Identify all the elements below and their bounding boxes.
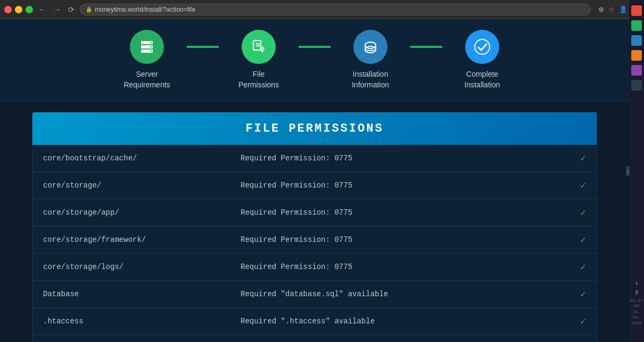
extensions-icon[interactable]: ⊕ — [597, 4, 605, 14]
sidebar: ‹ ⬇ 🎙 08:27 PM 25-06-2022 — [629, 0, 644, 342]
permission-requirement: Required Permission: 0775 — [230, 172, 540, 199]
sidebar-time: 08:27 PM 25-06-2022 — [629, 298, 644, 326]
sidebar-icon-green[interactable] — [631, 20, 642, 31]
check-icon: ✓ — [580, 289, 586, 300]
permission-path: core/storage/framework/ — [32, 226, 230, 254]
permission-requirement: Required "database.sql" available — [230, 281, 540, 308]
permission-requirement: Required Permission: 0775 — [230, 226, 540, 254]
url-text: moneytime.world/install/?action=file — [95, 6, 195, 13]
sidebar-icon-red[interactable] — [631, 5, 642, 16]
permission-requirement: Required Permission: 0775 — [230, 145, 540, 172]
permission-status: ✓ — [540, 199, 597, 226]
check-icon: ✓ — [580, 235, 586, 246]
sidebar-icon-purple[interactable] — [631, 65, 642, 76]
sidebar-download-icon: ⬇ — [635, 280, 639, 287]
minimize-button[interactable] — [15, 6, 22, 13]
connector-1 — [187, 46, 219, 48]
check-icon: ✓ — [580, 181, 586, 191]
sidebar-bottom: ⬇ 🎙 08:27 PM 25-06-2022 — [629, 280, 644, 326]
permission-path: core/storage/app/ — [32, 199, 230, 226]
permission-requirement: Required Permission: 0775 — [230, 254, 540, 281]
button-container: NEXT STEP » — [32, 335, 597, 342]
permission-status: ✓ — [540, 172, 597, 199]
svg-point-3 — [151, 42, 152, 44]
forward-button[interactable]: → — [51, 4, 63, 15]
step-complete-installation: CompleteInstallation — [442, 30, 522, 90]
step-file-permissions: FilePermissions — [219, 30, 299, 90]
permission-path: core/storage/logs/ — [32, 254, 230, 281]
svg-point-16 — [475, 39, 490, 54]
sidebar-expand-button[interactable]: ‹ — [626, 166, 630, 176]
lock-icon: 🔒 — [86, 6, 92, 12]
check-icon: ✓ — [580, 262, 586, 273]
table-row: core/bootstrap/cache/Required Permission… — [32, 145, 597, 172]
file-permissions-icon — [242, 30, 276, 64]
svg-point-4 — [151, 46, 152, 48]
profile-icon[interactable]: 👤 — [618, 4, 629, 14]
step-server-requirements: ServerRequirements — [107, 30, 187, 90]
permission-path: core/storage/ — [32, 172, 230, 199]
address-bar[interactable]: 🔒 moneytime.world/install/?action=file — [80, 4, 591, 15]
svg-point-5 — [151, 51, 152, 52]
permission-requirement: Required Permission: 0775 — [230, 199, 540, 226]
file-permissions-label: FilePermissions — [238, 69, 279, 90]
sidebar-mic-icon: 🎙 — [634, 289, 640, 296]
sidebar-icon-dark[interactable] — [631, 80, 642, 91]
bookmark-icon[interactable]: ☆ — [607, 4, 616, 14]
section-header: FILE PERMISSIONS — [32, 112, 597, 145]
back-button[interactable]: ← — [36, 4, 48, 15]
connector-3 — [410, 46, 442, 48]
file-permissions-section: FILE PERMISSIONS core/bootstrap/cache/Re… — [32, 112, 597, 342]
check-icon: ✓ — [580, 316, 586, 327]
browser-chrome: ← → ⟳ 🔒 moneytime.world/install/?action=… — [0, 0, 644, 19]
installation-information-icon — [353, 30, 387, 64]
permission-status: ✓ — [540, 281, 597, 308]
stepper-container: ServerRequirements FilePermissions — [0, 19, 629, 101]
installation-information-label: InstallationInformation — [352, 69, 389, 90]
server-requirements-label: ServerRequirements — [123, 69, 170, 90]
main-content: ServerRequirements FilePermissions — [0, 19, 629, 342]
close-button[interactable] — [4, 6, 12, 13]
complete-installation-label: CompleteInstallation — [465, 69, 500, 90]
reload-button[interactable]: ⟳ — [66, 4, 77, 15]
table-row: .htaccessRequired ".htaccess" available✓ — [32, 308, 597, 335]
sidebar-icon-blue[interactable] — [631, 35, 642, 46]
step-installation-information: InstallationInformation — [331, 30, 410, 90]
complete-installation-icon — [465, 30, 499, 64]
permission-status: ✓ — [540, 226, 597, 254]
table-row: DatabaseRequired "database.sql" availabl… — [32, 281, 597, 308]
table-row: core/storage/logs/Required Permission: 0… — [32, 254, 597, 281]
table-row: core/storage/Required Permission: 0775✓ — [32, 172, 597, 199]
permission-requirement: Required ".htaccess" available — [230, 308, 540, 335]
permission-status: ✓ — [540, 308, 597, 335]
sidebar-icon-orange[interactable] — [631, 50, 642, 61]
permission-path: Database — [32, 281, 230, 308]
check-icon: ✓ — [580, 153, 586, 164]
connector-2 — [299, 46, 331, 48]
permissions-table: core/bootstrap/cache/Required Permission… — [32, 145, 597, 335]
section-title: FILE PERMISSIONS — [43, 122, 586, 135]
server-requirements-icon — [130, 30, 164, 64]
table-row: core/storage/app/Required Permission: 07… — [32, 199, 597, 226]
permission-status: ✓ — [540, 145, 597, 172]
table-row: core/storage/framework/Required Permissi… — [32, 226, 597, 254]
permission-path: .htaccess — [32, 308, 230, 335]
permission-path: core/bootstrap/cache/ — [32, 145, 230, 172]
check-icon: ✓ — [580, 208, 586, 218]
stepper: ServerRequirements FilePermissions — [107, 30, 522, 90]
maximize-button[interactable] — [26, 6, 33, 13]
permission-status: ✓ — [540, 254, 597, 281]
